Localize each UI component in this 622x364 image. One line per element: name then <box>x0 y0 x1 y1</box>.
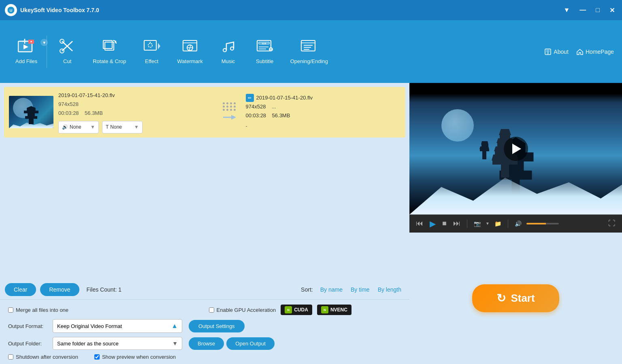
opening-ending-label: Opening/Ending <box>290 58 328 64</box>
edit-output-button[interactable]: ✏ <box>246 94 254 102</box>
start-button[interactable]: ↻ Start <box>472 284 559 312</box>
toolbar-item-subtitle[interactable]: SUB T Subtitle <box>247 36 283 68</box>
rotate-crop-icon <box>102 39 117 56</box>
screenshot-button[interactable]: 📷 <box>472 220 482 228</box>
svg-rect-55 <box>481 144 488 146</box>
cuda-badge[interactable]: N CUDA <box>281 305 312 315</box>
watermark-icon <box>182 39 198 56</box>
cuda-nvidia-logo: N <box>285 306 292 313</box>
about-link[interactable]: About <box>545 49 569 55</box>
video-preview <box>409 83 622 215</box>
output-settings-button[interactable]: Output Settings <box>189 320 245 332</box>
files-count: Files Count: 1 <box>87 286 121 293</box>
audio-dropdown-arrow: ▼ <box>90 123 95 131</box>
output-folder-select[interactable]: Same folder as the source ▼ <box>53 337 182 350</box>
svg-marker-19 <box>158 43 160 49</box>
close-button[interactable]: ✕ <box>607 6 617 15</box>
toolbar-item-effect[interactable]: Effect <box>134 36 170 68</box>
show-preview-label: Show preview when conversion <box>102 354 176 360</box>
restore-button[interactable]: □ <box>593 6 602 15</box>
output-format-select[interactable]: Keep Original Video Format ▲ <box>53 319 182 333</box>
gpu-checkbox[interactable] <box>209 307 214 313</box>
about-icon <box>545 49 551 55</box>
toolbar-right: About HomePage <box>545 49 614 55</box>
svg-point-43 <box>547 52 549 54</box>
file-thumbnail <box>9 96 53 128</box>
source-dimensions: 974x528 <box>58 100 213 109</box>
fullscreen-button[interactable]: ⛶ <box>607 218 617 229</box>
about-label: About <box>554 49 569 55</box>
menu-icon[interactable]: ▼ <box>561 6 572 15</box>
stop-button[interactable]: ■ <box>441 218 448 229</box>
audio-dropdown[interactable]: 🔊 None ▼ <box>58 121 99 133</box>
merge-section: Merge all files into one <box>8 307 201 313</box>
cuda-label: CUDA <box>294 307 308 313</box>
volume-slider[interactable] <box>526 223 559 224</box>
remove-button[interactable]: Remove <box>40 283 79 296</box>
shutdown-checkbox[interactable] <box>8 354 13 360</box>
play-button-overlay[interactable] <box>504 137 528 161</box>
output-separator: - <box>246 122 401 131</box>
merge-checkbox[interactable] <box>8 307 13 313</box>
gpu-checkbox-label[interactable]: Enable GPU Acceleration <box>209 307 276 313</box>
sort-by-time-button[interactable]: By time <box>347 286 373 294</box>
toolbar-item-opening-ending[interactable]: Opening/Ending <box>283 36 335 68</box>
sort-by-length-button[interactable]: By length <box>375 286 405 294</box>
toolbar-item-cut[interactable]: Cut <box>49 36 85 68</box>
toolbar-item-music[interactable]: Music <box>210 36 247 68</box>
toolbar-item-add-files[interactable]: Add Files <box>8 36 45 68</box>
effect-icon <box>143 39 160 56</box>
volume-button[interactable]: 🔊 <box>513 220 523 228</box>
text-dropdown[interactable]: T None ▼ <box>102 121 143 133</box>
svg-rect-57 <box>480 149 489 151</box>
toolbar-item-watermark[interactable]: Watermark <box>170 36 210 68</box>
folder-down-arrow-icon: ▼ <box>172 340 178 347</box>
add-files-wrapper: Add Files ▼ <box>8 36 45 68</box>
clear-button[interactable]: Clear <box>5 283 36 296</box>
vc-sep-1 <box>467 220 467 228</box>
file-dropdowns: 🔊 None ▼ T None ▼ <box>58 121 213 133</box>
output-size: 56.3MB <box>272 112 290 119</box>
show-preview-checkbox[interactable] <box>94 354 100 360</box>
browse-button[interactable]: Browse <box>189 337 224 350</box>
source-filename: 2019-01-07-15-41-20.flv <box>58 91 213 100</box>
left-panel: 2019-01-07-15-41-20.flv 974x528 00:03:28… <box>0 83 409 364</box>
source-meta: 00:03:28 56.3MB <box>58 109 213 118</box>
svg-marker-56 <box>479 146 489 149</box>
text-dropdown-arrow: ▼ <box>134 123 139 131</box>
text-icon: T <box>106 123 109 131</box>
skip-forward-button[interactable]: ⏭ <box>452 218 462 229</box>
effect-label: Effect <box>145 58 158 64</box>
shutdown-label: Shutdown after conversion <box>16 354 78 360</box>
toolbar-item-rotate-crop[interactable]: Rotate & Crop <box>85 36 133 68</box>
homepage-link[interactable]: HomePage <box>577 49 614 55</box>
arrow-icon <box>222 112 237 122</box>
output-name-row: ✏ 2019-01-07-15-41-20.flv <box>246 93 401 102</box>
svg-text:U: U <box>10 8 13 13</box>
file-output: ✏ 2019-01-07-15-41-20.flv 974x528 ... 00… <box>246 93 401 131</box>
shutdown-checkbox-label[interactable]: Shutdown after conversion <box>8 354 78 360</box>
minimize-button[interactable]: — <box>577 6 588 15</box>
output-format-label: Output Format: <box>8 323 53 329</box>
preview-image <box>409 83 622 215</box>
nvenc-badge[interactable]: N NVENC <box>317 305 351 315</box>
skip-back-button[interactable]: ⏮ <box>414 218 425 229</box>
sort-by-name-button[interactable]: By name <box>317 286 346 294</box>
play-pause-button[interactable]: ▶ <box>428 218 437 229</box>
svg-rect-46 <box>500 135 510 138</box>
show-preview-checkbox-label[interactable]: Show preview when conversion <box>94 354 176 360</box>
open-output-button[interactable]: Open Output <box>226 337 274 350</box>
merge-checkbox-label[interactable]: Merge all files into one <box>8 307 68 313</box>
output-duration: 00:03:28 <box>246 112 266 119</box>
output-more-options[interactable]: ... <box>272 104 276 110</box>
open-folder-button[interactable]: 📁 <box>493 220 503 228</box>
dots-grid <box>223 102 236 111</box>
output-filename: 2019-01-07-15-41-20.flv <box>256 93 313 102</box>
app-title: UkeySoft Video Toolbox 7.7.0 <box>20 7 99 13</box>
title-bar: U UkeySoft Video Toolbox 7.7.0 ▼ — □ ✕ <box>0 0 622 20</box>
subtitle-icon: SUB T <box>256 39 273 56</box>
settings-area: Merge all files into one Enable GPU Acce… <box>0 299 409 364</box>
nvenc-label: NVENC <box>330 307 347 313</box>
nvenc-nvidia-logo: N <box>321 306 328 313</box>
screenshot-dropdown-arrow[interactable]: ▼ <box>486 221 490 226</box>
